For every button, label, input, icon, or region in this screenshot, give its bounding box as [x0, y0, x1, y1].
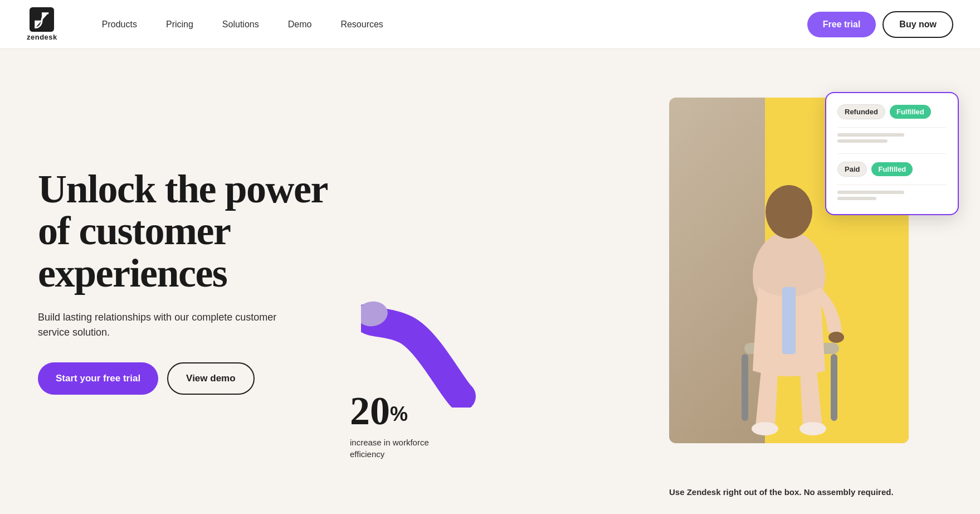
free-trial-button[interactable]: Free trial	[807, 12, 876, 37]
badge-fulfilled-1: Fulfilled	[890, 105, 931, 119]
card-line-long-1	[837, 133, 904, 137]
card-row-2: Paid Fulfilled	[837, 162, 947, 185]
logo[interactable]: zendesk	[27, 7, 57, 41]
nav-link-pricing[interactable]: Pricing	[166, 20, 193, 30]
buy-now-button[interactable]: Buy now	[883, 11, 953, 38]
stat-percent: %	[390, 403, 408, 425]
nav-link-demo[interactable]: Demo	[288, 20, 312, 30]
card-row-1: Refunded Fulfilled	[837, 104, 947, 128]
card-lines-2	[837, 191, 947, 200]
badge-refunded: Refunded	[837, 104, 885, 119]
nav-link-resources[interactable]: Resources	[340, 20, 383, 30]
ui-card: Refunded Fulfilled Paid Fulfilled	[825, 92, 959, 215]
svg-rect-7	[782, 287, 796, 354]
zendesk-logo-icon	[30, 7, 54, 32]
svg-point-10	[828, 332, 844, 343]
logo-text: zendesk	[27, 33, 57, 41]
hero-buttons: Start your free trial View demo	[38, 362, 328, 395]
view-demo-button[interactable]: View demo	[167, 362, 255, 395]
hero-left: Unlock the power of customer experiences…	[38, 168, 328, 395]
nav-actions: Free trial Buy now	[807, 11, 953, 38]
svg-rect-3	[742, 354, 748, 421]
nav-link-solutions[interactable]: Solutions	[222, 20, 259, 30]
navbar: zendesk Products Pricing Solutions Demo …	[0, 0, 980, 49]
card-line-short-2	[837, 197, 876, 200]
card-line-medium-1	[837, 139, 888, 143]
svg-point-8	[752, 422, 778, 435]
hero-section: Unlock the power of customer experiences…	[0, 49, 980, 514]
svg-point-9	[799, 422, 826, 435]
card-line-long-2	[837, 191, 904, 194]
nav-links: Products Pricing Solutions Demo Resource…	[102, 20, 807, 30]
hero-subtext: Build lasting relationships with our com…	[38, 310, 283, 340]
card-row-2-labels: Paid Fulfilled	[837, 162, 913, 177]
badge-fulfilled-2: Fulfilled	[871, 162, 913, 176]
stat-number: 20	[350, 389, 390, 433]
stat-display: 20%	[350, 388, 429, 434]
card-lines-1	[837, 133, 947, 154]
hero-right: 20% increase in workforceefficiency	[328, 86, 953, 477]
nav-link-products[interactable]: Products	[102, 20, 137, 30]
card-row-1-labels: Refunded Fulfilled	[837, 104, 931, 119]
hero-caption: Use Zendesk right out of the box. No ass…	[669, 481, 909, 497]
hero-stat: 20% increase in workforceefficiency	[350, 388, 429, 460]
badge-paid: Paid	[837, 162, 867, 177]
svg-point-6	[766, 185, 812, 239]
svg-rect-4	[831, 354, 837, 421]
hero-headline: Unlock the power of customer experiences	[38, 168, 328, 295]
start-trial-button[interactable]: Start your free trial	[38, 362, 158, 395]
stat-label: increase in workforceefficiency	[350, 437, 429, 460]
